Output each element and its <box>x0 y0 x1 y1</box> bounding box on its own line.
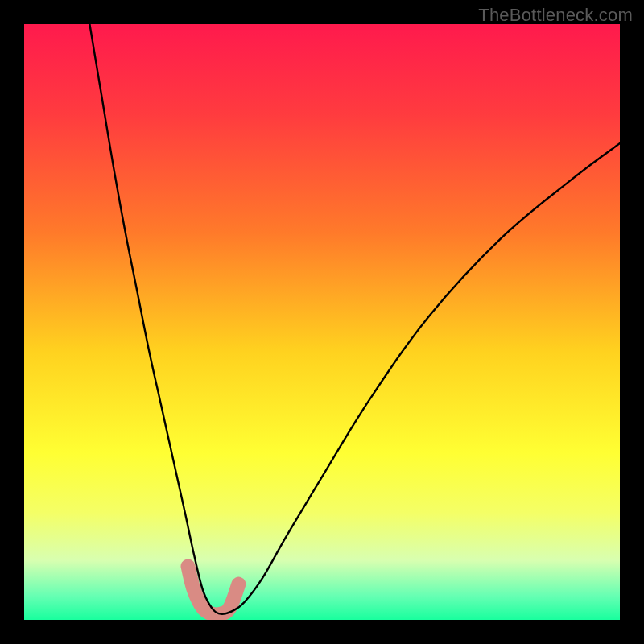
watermark-text: TheBottleneck.com <box>478 5 633 26</box>
valley-highlight-path <box>188 566 239 614</box>
bottleneck-curve-path <box>89 24 620 614</box>
plot-area <box>24 24 620 620</box>
chart-frame: TheBottleneck.com <box>0 0 644 644</box>
curve-layer <box>24 24 620 620</box>
